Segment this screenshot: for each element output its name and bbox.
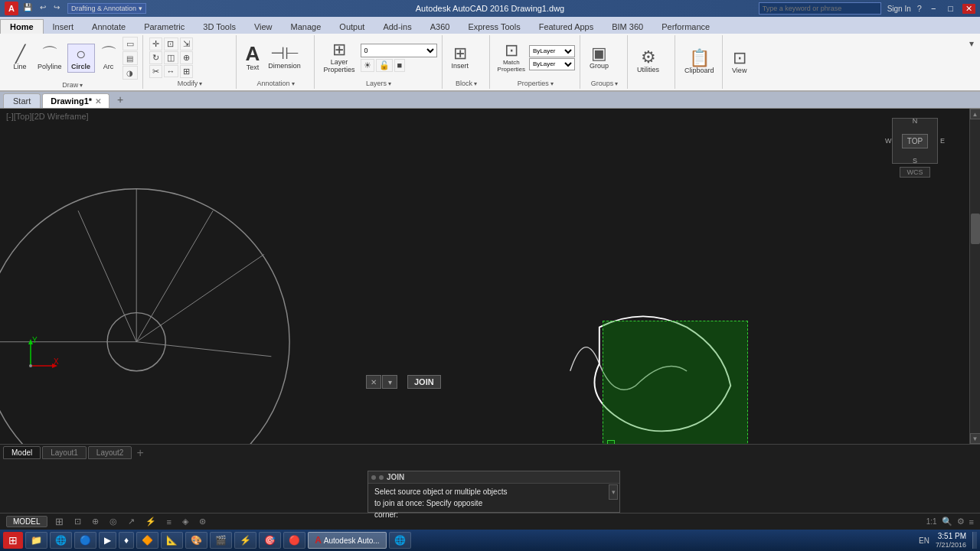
taskbar-app-14[interactable]: 🌐 xyxy=(389,532,411,549)
cmd-close-btn[interactable]: ✕ xyxy=(366,375,381,389)
polar-btn[interactable]: ◎ xyxy=(106,516,120,527)
lw-btn[interactable]: ≡ xyxy=(164,517,175,527)
extend-btn[interactable]: ↔ xyxy=(164,65,178,77)
cmd-scroll-btn[interactable]: ▾ xyxy=(609,484,618,500)
layer-lock-btn[interactable]: 🔓 xyxy=(376,59,393,72)
block-expand-icon[interactable]: ▾ xyxy=(474,80,477,87)
workspace-select[interactable]: Drafting & Annotation ▾ xyxy=(67,3,146,14)
modify-expand-icon[interactable]: ▾ xyxy=(199,80,202,87)
tab-home[interactable]: Home xyxy=(0,19,44,34)
view-btn[interactable]: ⊡ View xyxy=(729,48,750,76)
trim-btn[interactable]: ✂ xyxy=(149,65,162,78)
tab-a360[interactable]: A360 xyxy=(421,20,459,34)
ortho-btn[interactable]: ⊕ xyxy=(89,516,102,527)
taskbar-app-5[interactable]: ♦ xyxy=(119,532,134,549)
sign-in-btn[interactable]: Sign In xyxy=(887,5,911,13)
stretch-btn[interactable]: ⇲ xyxy=(180,37,193,51)
layer-select[interactable]: 0 xyxy=(361,44,437,57)
drawing1-tab[interactable]: Drawing1* ✕ xyxy=(42,93,109,108)
start-btn[interactable]: ⊞ xyxy=(3,532,23,549)
tab-parametric[interactable]: Parametric xyxy=(135,20,194,34)
tab-bim360[interactable]: BIM 360 xyxy=(603,20,652,34)
line-tool-btn[interactable]: ╱ Line xyxy=(8,44,32,72)
sel-cycling-btn[interactable]: ⊛ xyxy=(196,516,209,527)
layout2-tab[interactable]: Layout2 xyxy=(88,446,132,459)
add-layout-btn[interactable]: + xyxy=(133,446,146,460)
scale-btn[interactable]: ⊕ xyxy=(180,51,193,64)
undo-btn[interactable]: ↩ xyxy=(40,3,46,14)
rotate-btn[interactable]: ↻ xyxy=(149,51,162,64)
compass-top-btn[interactable]: TOP xyxy=(902,134,928,148)
show-desktop-btn[interactable] xyxy=(972,532,977,549)
trans-btn[interactable]: ◈ xyxy=(179,516,191,527)
utilities-btn[interactable]: ⚙ Utilities xyxy=(634,47,662,75)
snap-btn[interactable]: ⊡ xyxy=(71,516,84,527)
start-tab[interactable]: Start xyxy=(3,93,41,108)
rect-btn[interactable]: ▭ xyxy=(122,37,138,51)
layer-freeze-btn[interactable]: ☀ xyxy=(361,59,374,72)
search-input[interactable] xyxy=(759,2,881,15)
language-indicator[interactable]: EN xyxy=(919,536,929,545)
model-layout-tab[interactable]: Model xyxy=(3,446,41,459)
array-btn[interactable]: ⊞ xyxy=(180,65,193,78)
zoom-btn[interactable]: 🔍 xyxy=(942,517,952,527)
hatch-btn[interactable]: ▤ xyxy=(122,51,138,65)
taskbar-app-explorer[interactable]: 📁 xyxy=(25,532,47,549)
tab-expresstools[interactable]: Express Tools xyxy=(459,20,529,34)
minimize-btn[interactable]: − xyxy=(928,4,939,13)
mirror-btn[interactable]: ◫ xyxy=(164,51,178,64)
taskbar-app-8[interactable]: 🎨 xyxy=(185,532,207,549)
move-btn[interactable]: ✛ xyxy=(149,37,162,51)
arc-tool-btn[interactable]: ⌒ Arc xyxy=(97,44,120,72)
draw-expand-icon[interactable]: ▾ xyxy=(80,82,83,89)
insert-btn[interactable]: ⊞ Insert xyxy=(449,44,472,71)
layers-expand-icon[interactable]: ▾ xyxy=(388,80,391,87)
polyline-tool-btn[interactable]: ⌒ Polyline xyxy=(34,44,65,72)
model-status-btn[interactable]: MODEL xyxy=(6,516,47,527)
taskbar-app-12[interactable]: 🔴 xyxy=(283,532,305,549)
taskbar-app-4[interactable]: ▶ xyxy=(99,532,116,549)
tab-output[interactable]: Output xyxy=(330,20,374,34)
gradient-btn[interactable]: ◑ xyxy=(122,66,138,80)
add-doc-tab-btn[interactable]: + xyxy=(111,91,129,108)
layer-color-btn[interactable]: ■ xyxy=(394,59,406,72)
taskbar-app-9[interactable]: 🎬 xyxy=(210,532,232,549)
drawing1-tab-close[interactable]: ✕ xyxy=(95,97,101,106)
groups-expand-icon[interactable]: ▾ xyxy=(615,80,618,87)
grid-btn[interactable]: ⊞ xyxy=(52,515,67,528)
dimension-tool-btn[interactable]: ⊣⊢ Dimension xyxy=(265,44,304,71)
tab-featuredapps[interactable]: Featured Apps xyxy=(530,20,603,34)
taskbar-app-chrome[interactable]: 🌐 xyxy=(50,532,72,549)
taskbar-app-autocad[interactable]: A Autodesk Auto... xyxy=(308,532,387,549)
tab-performance[interactable]: Performance xyxy=(652,20,719,34)
tab-addins[interactable]: Add-ins xyxy=(374,20,420,34)
text-tool-btn[interactable]: A Text xyxy=(243,42,263,73)
clipboard-btn[interactable]: 📋 Clipboard xyxy=(681,48,717,76)
tab-insert[interactable]: Insert xyxy=(44,20,83,34)
tab-annotate[interactable]: Annotate xyxy=(83,20,135,34)
annotation-expand-icon[interactable]: ▾ xyxy=(292,80,295,87)
tab-3dtools[interactable]: 3D Tools xyxy=(194,20,245,34)
tab-manage[interactable]: Manage xyxy=(282,20,331,34)
taskbar-app-10[interactable]: ⚡ xyxy=(234,532,256,549)
maximize-btn[interactable]: □ xyxy=(945,4,956,13)
scroll-up-arrow[interactable]: ▲ xyxy=(970,109,981,119)
scroll-thumb[interactable] xyxy=(971,214,980,244)
taskbar-app-11[interactable]: 🎯 xyxy=(259,532,281,549)
properties-expand-icon[interactable]: ▾ xyxy=(550,80,554,87)
copy-btn[interactable]: ⊡ xyxy=(164,37,178,51)
layout1-tab[interactable]: Layout1 xyxy=(42,446,87,459)
scrollbar-right[interactable]: ▲ ▼ xyxy=(969,109,980,444)
redo-btn[interactable]: ↪ xyxy=(54,3,60,14)
scroll-down-arrow[interactable]: ▼ xyxy=(970,433,981,444)
bylayer-select1[interactable]: ByLayer xyxy=(529,45,575,57)
taskbar-app-3[interactable]: 🔵 xyxy=(74,532,96,549)
taskbar-app-6[interactable]: 🔶 xyxy=(136,532,158,549)
menu-btn[interactable]: ≡ xyxy=(969,517,974,527)
dyn-btn[interactable]: ⚡ xyxy=(142,516,159,527)
bylayer-select2[interactable]: ByLayer xyxy=(529,58,575,70)
osnap-btn[interactable]: ↗ xyxy=(125,516,138,527)
gear-btn[interactable]: ⚙ xyxy=(957,517,965,527)
ribbon-expand-btn[interactable]: ▾ xyxy=(966,35,977,89)
circle-tool-btn[interactable]: ○ Circle xyxy=(67,44,95,73)
